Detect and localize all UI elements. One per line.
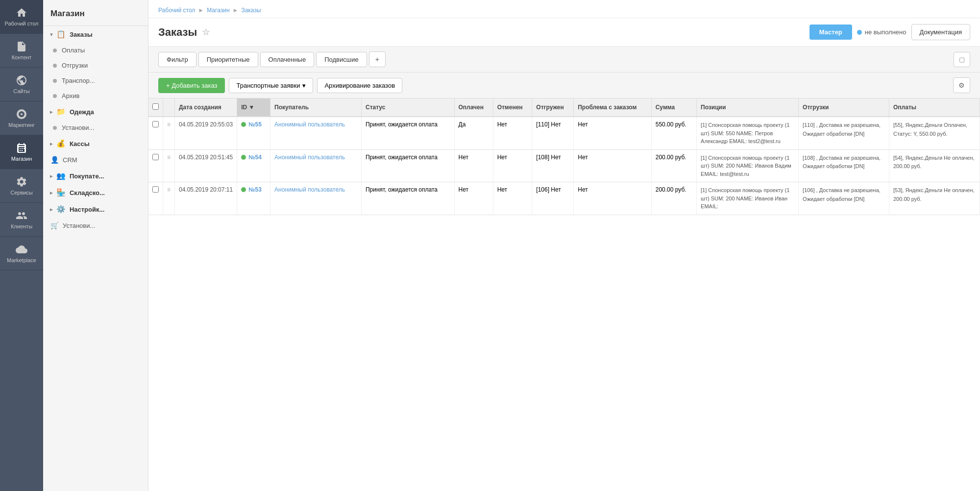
col-payments[interactable]: Оплаты xyxy=(889,98,980,117)
nav-item-archive[interactable]: Архив xyxy=(43,88,148,103)
col-check xyxy=(148,98,163,117)
status-badge: не выполнено xyxy=(857,28,906,36)
cash-icon: 💰 xyxy=(56,139,66,148)
col-buyer[interactable]: Покупатель xyxy=(270,98,362,117)
buyer-link[interactable]: Анонимный пользователь xyxy=(274,121,345,128)
row-id-cell: №55 xyxy=(237,117,270,149)
breadcrumb-orders[interactable]: Заказы xyxy=(241,7,261,14)
sidebar-item-shop[interactable]: Магазин xyxy=(0,135,43,169)
row-shipped: [108] Нет xyxy=(532,149,574,182)
transport-label: Транспортные заявки xyxy=(236,82,300,89)
col-shipments[interactable]: Отгрузки xyxy=(799,98,889,117)
nav-item-transport[interactable]: Транспор... xyxy=(43,73,148,88)
archive-button[interactable]: Архивирование заказов xyxy=(317,78,402,93)
col-date[interactable]: Дата создания xyxy=(175,98,237,117)
clothing-arrow-icon: ► xyxy=(49,109,54,115)
order-link[interactable]: №53 xyxy=(248,186,262,193)
col-paid[interactable]: Оплачен xyxy=(454,98,493,117)
order-link[interactable]: №55 xyxy=(248,121,262,128)
col-problem[interactable]: Проблема с заказом xyxy=(574,98,651,117)
payments-bullet-icon xyxy=(53,49,57,52)
add-order-button[interactable]: + Добавить заказ xyxy=(158,78,225,93)
row-checkbox-2[interactable] xyxy=(152,186,159,193)
row-drag-handle[interactable]: ≡ xyxy=(163,182,175,215)
expand-button[interactable]: ▢ xyxy=(954,52,970,67)
nav-item-buyers[interactable]: ► 👥 Покупате... xyxy=(43,168,148,184)
nav-item-orders[interactable]: ▼ 📋 Заказы xyxy=(43,26,148,43)
nav-item-payments[interactable]: Оплаты xyxy=(43,43,148,58)
master-button[interactable]: Мастер xyxy=(809,25,852,40)
clothing-icon: 📁 xyxy=(56,107,66,116)
row-paid: Нет xyxy=(454,182,493,215)
sidebar-nav-title: Магазин xyxy=(43,0,148,26)
row-payments: [53], Яндекс.Деньги Не оплачен, 200.00 р… xyxy=(889,182,980,215)
col-shipped[interactable]: Отгружен xyxy=(532,98,574,117)
nav-item-cash[interactable]: ► 💰 Кассы xyxy=(43,135,148,152)
sidebar-item-desktop[interactable]: Рабочий стол xyxy=(0,0,43,34)
archive-label: Архив xyxy=(62,92,79,99)
buyer-link[interactable]: Анонимный пользователь xyxy=(274,154,345,161)
tab-hanging[interactable]: Подвисшие xyxy=(316,52,367,67)
nav-item-installs2[interactable]: 🛒 Установи... xyxy=(43,218,148,233)
header-right: Мастер не выполнено Документация xyxy=(809,24,970,40)
nav-item-installs[interactable]: Установи... xyxy=(43,120,148,135)
table-settings-button[interactable]: ⚙ xyxy=(953,77,970,93)
main-content: Рабочий стол ► Магазин ► Заказы Заказы ☆… xyxy=(148,0,980,491)
breadcrumb-desktop[interactable]: Рабочий стол xyxy=(158,7,195,14)
row-positions: [1] Спонсорская помощь проекту (1 шт) SU… xyxy=(697,149,799,182)
settings-arrow-icon: ► xyxy=(49,207,54,212)
payments-label: Оплаты xyxy=(62,47,85,54)
row-drag-handle[interactable]: ≡ xyxy=(163,149,175,182)
sidebar-label-content: Контент xyxy=(12,54,32,60)
row-date: 04.05.2019 20:07:11 xyxy=(175,182,237,215)
sidebar-item-marketplace[interactable]: Marketplace xyxy=(0,237,43,270)
col-positions[interactable]: Позиции xyxy=(697,98,799,117)
select-all-checkbox[interactable] xyxy=(152,103,159,110)
breadcrumb-shop[interactable]: Магазин xyxy=(207,7,229,14)
sidebar-label-clients: Клиенты xyxy=(11,223,32,229)
sidebar-item-clients[interactable]: Клиенты xyxy=(0,203,43,237)
add-tab-button[interactable]: + xyxy=(369,51,386,67)
row-buyer: Анонимный пользователь xyxy=(270,149,362,182)
buyer-link[interactable]: Анонимный пользователь xyxy=(274,186,345,193)
row-drag-handle[interactable]: ≡ xyxy=(163,117,175,149)
docs-button[interactable]: Документация xyxy=(911,24,971,40)
table-row: ≡ 04.05.2019 20:55:03 №55 Анонимный поль… xyxy=(148,117,980,149)
transport-button[interactable]: Транспортные заявки ▾ xyxy=(229,78,313,93)
col-id[interactable]: ID ▼ xyxy=(237,98,270,117)
sidebar-item-sites[interactable]: Сайты xyxy=(0,68,43,101)
sidebar-item-marketing[interactable]: Маркетинг xyxy=(0,101,43,135)
tab-paid[interactable]: Оплаченные xyxy=(260,52,315,67)
filter-bar: Фильтр Приоритетные Оплаченные Подвисшие… xyxy=(148,47,980,73)
row-cancelled: Нет xyxy=(493,117,532,149)
row-date: 04.05.2019 20:51:45 xyxy=(175,149,237,182)
installs-label: Установи... xyxy=(62,124,94,131)
warehouse-label: Складско... xyxy=(70,189,105,196)
col-sum[interactable]: Сумма xyxy=(651,98,696,117)
nav-item-settings[interactable]: ► ⚙️ Настройк... xyxy=(43,201,148,218)
transport-label: Транспор... xyxy=(62,77,95,84)
sidebar-item-services[interactable]: Сервисы xyxy=(0,169,43,203)
sidebar-label-desktop: Рабочий стол xyxy=(4,21,38,26)
order-link[interactable]: №54 xyxy=(248,154,262,161)
nav-item-crm[interactable]: 👤 CRM xyxy=(43,152,148,168)
row-buyer: Анонимный пользователь xyxy=(270,182,362,215)
col-status[interactable]: Статус xyxy=(361,98,454,117)
nav-item-warehouse[interactable]: ► 🏪 Складско... xyxy=(43,184,148,201)
nav-item-shipments[interactable]: Отгрузки xyxy=(43,58,148,73)
favorite-star-icon[interactable]: ☆ xyxy=(202,27,210,38)
orders-icon: 📋 xyxy=(56,30,66,39)
row-id-cell: №54 xyxy=(237,149,270,182)
col-cancelled[interactable]: Отменен xyxy=(493,98,532,117)
sidebar-label-sites: Сайты xyxy=(13,88,29,94)
sidebar-item-content[interactable]: Контент xyxy=(0,34,43,68)
orders-table: Дата создания ID ▼ Покупатель Статус Опл… xyxy=(148,98,980,215)
row-positions: [1] Спонсорская помощь проекту (1 шт) SU… xyxy=(697,182,799,215)
row-checkbox-0[interactable] xyxy=(152,121,159,127)
nav-item-clothing[interactable]: ► 📁 Одежда xyxy=(43,103,148,120)
tab-priority[interactable]: Приоритетные xyxy=(198,52,258,67)
row-checkbox-1[interactable] xyxy=(152,154,159,160)
installs-bullet-icon xyxy=(53,126,57,130)
row-sum: 200.00 руб. xyxy=(651,149,696,182)
tab-filter[interactable]: Фильтр xyxy=(158,52,196,67)
